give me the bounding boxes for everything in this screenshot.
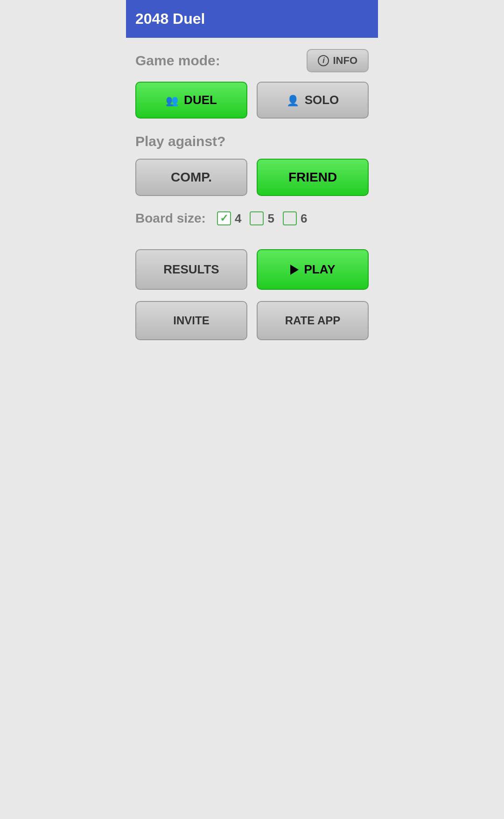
- opponent-buttons-group: COMP. FRIEND: [135, 159, 369, 196]
- board-size-label: Board size:: [135, 211, 206, 226]
- person-icon: [287, 93, 299, 107]
- board-size-6-checkbox[interactable]: [283, 211, 297, 225]
- board-size-6-label: 6: [301, 211, 307, 226]
- duel-button[interactable]: DUEL: [135, 82, 247, 119]
- checkbox-group: 4 5 6: [217, 211, 307, 226]
- board-size-6-item[interactable]: 6: [283, 211, 307, 226]
- bottom-buttons-row: INVITE RATE APP: [135, 301, 369, 340]
- comp-button[interactable]: COMP.: [135, 159, 247, 196]
- info-button-label: INFO: [333, 55, 357, 67]
- board-size-4-checkbox[interactable]: [217, 211, 231, 225]
- rate-app-button[interactable]: RATE APP: [257, 301, 369, 340]
- play-button-label: PLAY: [304, 262, 336, 277]
- play-icon: [290, 265, 299, 275]
- invite-button[interactable]: INVITE: [135, 301, 247, 340]
- results-button[interactable]: RESULTS: [135, 249, 247, 290]
- play-button[interactable]: PLAY: [257, 249, 369, 290]
- board-size-row: Board size: 4 5 6: [135, 211, 369, 226]
- solo-button-label: SOLO: [305, 93, 339, 107]
- board-size-5-label: 5: [267, 211, 274, 226]
- friend-button-label: FRIEND: [288, 170, 337, 185]
- info-icon: i: [318, 55, 329, 66]
- play-against-label: Play against?: [135, 133, 225, 149]
- board-size-4-item[interactable]: 4: [217, 211, 241, 226]
- mode-buttons-group: DUEL SOLO: [135, 82, 369, 119]
- comp-button-label: COMP.: [171, 170, 212, 185]
- solo-button[interactable]: SOLO: [257, 82, 369, 119]
- board-size-5-item[interactable]: 5: [250, 211, 274, 226]
- info-button[interactable]: i INFO: [307, 49, 369, 72]
- main-content: Game mode: i INFO DUEL SOLO Play against…: [126, 38, 378, 351]
- board-size-5-checkbox[interactable]: [250, 211, 264, 225]
- game-mode-row: Game mode: i INFO: [135, 49, 369, 72]
- duel-button-label: DUEL: [184, 93, 217, 107]
- action-buttons-row: RESULTS PLAY: [135, 249, 369, 290]
- invite-button-label: INVITE: [173, 314, 209, 327]
- app-title: 2048 Duel: [135, 10, 205, 27]
- friend-button[interactable]: FRIEND: [257, 159, 369, 196]
- rate-app-button-label: RATE APP: [285, 314, 341, 327]
- board-size-4-label: 4: [235, 211, 241, 226]
- play-against-row: Play against?: [135, 133, 369, 149]
- app-header: 2048 Duel: [126, 0, 378, 38]
- results-button-label: RESULTS: [163, 262, 219, 277]
- people-icon: [166, 93, 178, 107]
- game-mode-label: Game mode:: [135, 53, 220, 69]
